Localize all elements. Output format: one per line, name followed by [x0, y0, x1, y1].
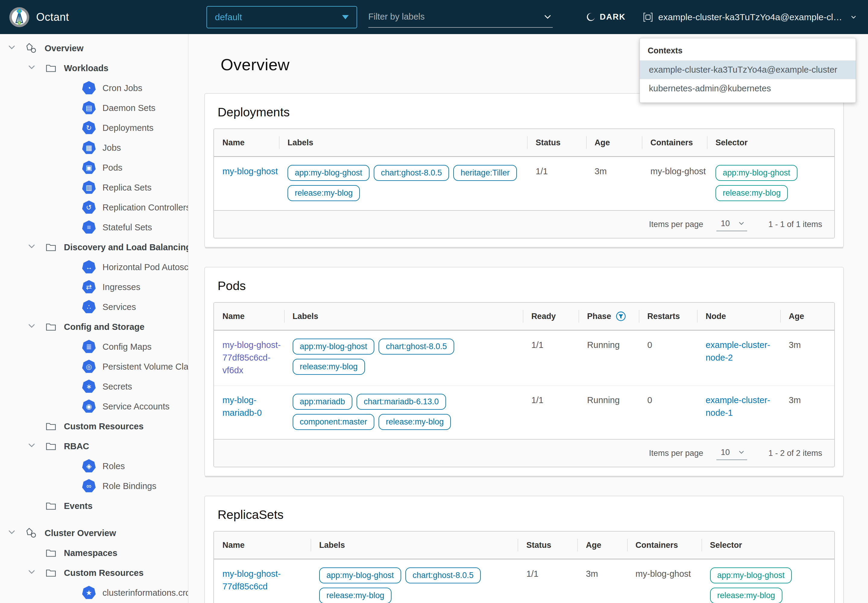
sidebar-item-deployments[interactable]: ↻Deployments — [0, 118, 188, 138]
resource-link[interactable]: example-cluster-node-2 — [706, 340, 770, 362]
context-menu-item[interactable]: example-cluster-ka3TuTzYo4a@example-clus… — [640, 60, 856, 79]
chevron-down-icon[interactable] — [26, 62, 39, 74]
selector-pill[interactable]: release:my-blog — [715, 185, 788, 201]
column-header-ready: Ready — [523, 303, 579, 330]
sidebar-item-events[interactable]: Events — [0, 496, 188, 516]
pagination-range: 1 - 2 of 2 items — [768, 448, 822, 458]
k8s-resource-icon: ↔ — [82, 260, 96, 274]
sidebar-item-roles[interactable]: ◈Roles — [0, 456, 188, 476]
sidebar-item-label: RBAC — [64, 441, 89, 451]
app-title: Octant — [36, 11, 69, 23]
items-per-page-select[interactable]: 10 — [717, 218, 747, 231]
column-header-labels: Labels — [284, 303, 523, 330]
sidebar-item-label: Daemon Sets — [102, 103, 156, 113]
card-deployments: DeploymentsNameLabelsStatusAgeContainers… — [204, 93, 844, 247]
chevron-down-icon[interactable] — [7, 42, 19, 54]
sidebar-item-horizontal-pod-autoscalers[interactable]: ↔Horizontal Pod Autoscalers — [0, 257, 188, 277]
k8s-resource-icon: ≡ — [82, 220, 96, 234]
column-header-age: Age — [578, 532, 627, 559]
cell-restarts: 0 — [639, 394, 697, 430]
sidebar-item-persistent-volume-claims[interactable]: ◎Persistent Volume Claims — [0, 357, 188, 377]
selector-pill[interactable]: release:my-blog — [710, 588, 782, 603]
context-menu-item[interactable]: kubernetes-admin@kubernetes — [640, 79, 856, 98]
column-header-label: Labels — [287, 138, 314, 147]
sidebar-item-config-maps[interactable]: ≣Config Maps — [0, 337, 188, 357]
label-pill[interactable]: chart:ghost-8.0.5 — [378, 339, 454, 354]
label-pill[interactable]: release:my-blog — [287, 185, 360, 201]
sidebar-item-daemon-sets[interactable]: ▤Daemon Sets — [0, 98, 188, 118]
label-pill[interactable]: release:my-blog — [293, 359, 365, 375]
items-per-page-select[interactable]: 10 — [717, 447, 747, 460]
label-filter-input[interactable] — [368, 12, 542, 22]
sidebar-item-service-accounts[interactable]: ◉Service Accounts — [0, 396, 188, 416]
sidebar-item-pods[interactable]: ▣Pods — [0, 158, 188, 178]
column-header-label: Phase — [587, 312, 611, 321]
theme-toggle[interactable]: DARK — [586, 12, 626, 22]
sidebar-item-replica-sets[interactable]: ▥Replica Sets — [0, 178, 188, 198]
sidebar-item-jobs[interactable]: ▦Jobs — [0, 138, 188, 158]
k8s-resource-icon: ▦ — [82, 141, 96, 155]
label-pill[interactable]: app:my-blog-ghost — [319, 567, 401, 583]
sidebar-item-clusterinformations-crd-projec[interactable]: ★clusterinformations.crd.projec — [0, 583, 188, 603]
sidebar-item-secrets[interactable]: ∗Secrets — [0, 377, 188, 396]
sidebar-item-cron-jobs[interactable]: ◔Cron Jobs — [0, 78, 188, 98]
sidebar-item-custom-resources[interactable]: Custom Resources — [0, 563, 188, 583]
column-header-selector: Selector — [702, 532, 834, 559]
chevron-down-icon[interactable] — [26, 440, 39, 452]
column-header-selector: Selector — [707, 129, 834, 156]
sidebar-item-custom-resources[interactable]: Custom Resources — [0, 416, 188, 436]
label-pill[interactable]: chart:ghost-8.0.5 — [405, 567, 481, 583]
selector-pill[interactable]: app:my-blog-ghost — [715, 165, 797, 181]
filter-icon[interactable] — [615, 311, 626, 322]
datagrid-header-row: NameLabelsReadyPhaseRestartsNodeAge — [214, 303, 834, 331]
sidebar-item-stateful-sets[interactable]: ≡Stateful Sets — [0, 217, 188, 237]
sidebar-item-config-and-storage[interactable]: Config and Storage — [0, 317, 188, 337]
sidebar-item-discovery-and-load-balancing[interactable]: Discovery and Load Balancing — [0, 237, 188, 257]
sidebar-item-role-bindings[interactable]: ∞Role Bindings — [0, 476, 188, 496]
label-pill[interactable]: app:my-blog-ghost — [293, 339, 375, 354]
context-selector-label: example-cluster-ka3TuTzYo4a@example-clus… — [658, 12, 845, 22]
chevron-down-icon[interactable] — [7, 527, 19, 539]
resource-link[interactable]: my-blog-ghost — [222, 166, 278, 176]
chevron-down-icon[interactable] — [26, 321, 39, 333]
sidebar-item-overview[interactable]: Overview — [0, 38, 188, 58]
label-pill[interactable]: component:master — [293, 414, 375, 430]
resource-link[interactable]: my-blog-ghost-77df85c6cd-vf6dx — [222, 340, 281, 375]
label-pill[interactable]: chart:mariadb-6.13.0 — [357, 394, 446, 410]
resource-link[interactable]: example-cluster-node-1 — [706, 395, 770, 417]
sidebar-item-label: Replication Controllers — [102, 203, 188, 213]
sidebar-item-namespaces[interactable]: Namespaces — [0, 543, 188, 563]
chevron-down-icon — [64, 102, 76, 114]
selector-pill[interactable]: app:my-blog-ghost — [710, 567, 792, 583]
label-pill[interactable]: app:mariadb — [293, 394, 352, 410]
sidebar-item-cluster-overview[interactable]: Cluster Overview — [0, 523, 188, 543]
folder-icon — [45, 566, 57, 579]
cell-age: 3m — [780, 339, 834, 377]
datagrid-footer: Items per page101 - 2 of 2 items — [214, 439, 834, 467]
label-pill[interactable]: release:my-blog — [378, 414, 451, 430]
sidebar-item-ingresses[interactable]: ⇄Ingresses — [0, 277, 188, 297]
column-header-label: Node — [706, 312, 726, 321]
sidebar-item-label: Services — [102, 302, 136, 312]
card-title: ReplicaSets — [218, 508, 835, 522]
chevron-down-icon[interactable] — [26, 241, 39, 253]
table-row: my-blog-ghost-77df85c6cd-vf6dxapp:my-blo… — [214, 331, 834, 386]
sidebar-item-workloads[interactable]: Workloads — [0, 58, 188, 78]
chevron-down-icon — [850, 14, 857, 21]
sidebar-item-services[interactable]: ∴Services — [0, 297, 188, 317]
k8s-resource-icon: ▥ — [82, 181, 96, 195]
namespace-select[interactable]: default — [207, 6, 357, 28]
label-pill[interactable]: chart:ghost-8.0.5 — [374, 165, 449, 181]
resource-link[interactable]: my-blog-mariadb-0 — [222, 395, 262, 417]
label-pill[interactable]: heritage:Tiller — [453, 165, 517, 181]
chevron-down-icon — [64, 587, 76, 599]
sidebar-item-rbac[interactable]: RBAC — [0, 436, 188, 456]
resource-link[interactable]: my-blog-ghost-77df85c6cd — [222, 569, 281, 591]
chevron-down-icon[interactable] — [542, 12, 553, 22]
sidebar-item-replication-controllers[interactable]: ↺Replication Controllers — [0, 198, 188, 217]
context-selector-button[interactable]: example-cluster-ka3TuTzYo4a@example-clus… — [643, 12, 857, 23]
cell-restarts: 0 — [639, 339, 697, 377]
label-pill[interactable]: release:my-blog — [319, 588, 391, 603]
chevron-down-icon[interactable] — [26, 567, 39, 579]
label-pill[interactable]: app:my-blog-ghost — [287, 165, 369, 181]
